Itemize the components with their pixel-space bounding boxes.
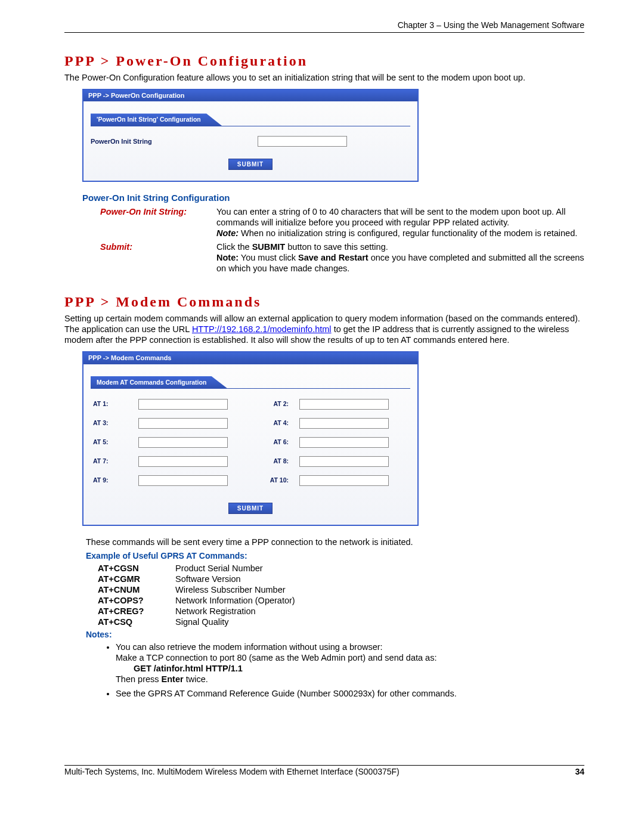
poweron-tab: 'PowerOn Init String' Configuration: [91, 113, 222, 126]
poweron-intro: The Power-On Configuration feature allow…: [64, 72, 584, 83]
note-1: You can also retrieve the modem informat…: [116, 642, 584, 685]
at1-label: AT 1:: [91, 400, 138, 408]
def-term-initstring: Power-On Init String:: [100, 206, 216, 239]
at8-label: AT 8:: [234, 457, 299, 465]
poweron-definitions: Power-On Init String: You can enter a st…: [100, 206, 584, 274]
commands-sent-note: These commands will be sent every time a…: [86, 537, 584, 547]
modemcmds-panel: PPP -> Modem Commands Modem AT Commands …: [82, 351, 419, 526]
at4-input[interactable]: [299, 418, 389, 429]
at8-input[interactable]: [299, 456, 389, 467]
poweron-panel-header: PPP -> PowerOn Configuration: [83, 90, 417, 102]
poweron-init-string-input[interactable]: [258, 136, 347, 147]
poweron-panel: PPP -> PowerOn Configuration 'PowerOn In…: [82, 89, 419, 182]
section-poweron: PPP > Power-On Configuration The Power-O…: [64, 52, 584, 274]
modemcmds-intro: Setting up certain modem commands will a…: [64, 313, 584, 345]
at5-input[interactable]: [138, 437, 228, 448]
poweron-field-label: PowerOn Init String: [91, 138, 180, 146]
example-heading: Example of Useful GPRS AT Commands:: [86, 551, 584, 562]
def-desc-initstring: You can enter a string of 0 to 40 charac…: [216, 206, 584, 239]
modemcmds-submit-button[interactable]: SUBMIT: [228, 503, 273, 514]
at6-input[interactable]: [299, 437, 389, 448]
note-2: See the GPRS AT Command Reference Guide …: [116, 688, 584, 699]
get-command: GET /atinfor.html HTTP/1.1: [134, 664, 243, 673]
cmd-creg-desc: Network Registration: [175, 606, 256, 617]
notes-heading: Notes:: [86, 630, 584, 640]
poweron-submit-button[interactable]: SUBMIT: [228, 159, 273, 170]
cmd-csq: AT+CSQ: [98, 617, 175, 627]
def-desc-submit: Click the SUBMIT button to save this set…: [216, 241, 584, 274]
at2-label: AT 2:: [234, 400, 299, 408]
cmd-cnum-desc: Wireless Subscriber Number: [175, 584, 286, 595]
page-header: Chapter 3 – Using the Web Management Sof…: [64, 20, 584, 33]
page-number: 34: [575, 767, 584, 778]
at4-label: AT 4:: [234, 419, 299, 427]
cmd-cgmr: AT+CGMR: [98, 574, 175, 584]
page-footer: Multi-Tech Systems, Inc. MultiModem Wire…: [64, 765, 584, 778]
cmd-cgsn: AT+CGSN: [98, 563, 175, 574]
at10-input[interactable]: [299, 475, 389, 486]
at7-input[interactable]: [138, 456, 228, 467]
at7-label: AT 7:: [91, 457, 138, 465]
at-command-grid: AT 1: AT 2: AT 3: AT 4: AT 5: AT 6: AT 7…: [91, 399, 410, 486]
at3-label: AT 3:: [91, 419, 138, 427]
poweron-subhead: Power-On Init String Configuration: [82, 193, 584, 204]
def-term-submit: Submit:: [100, 241, 216, 274]
modemcmds-panel-header: PPP -> Modem Commands: [83, 352, 417, 364]
cmd-cgmr-desc: Software Version: [175, 574, 241, 584]
at6-label: AT 6:: [234, 438, 299, 446]
section-title-modemcmds: PPP > Modem Commands: [64, 293, 584, 311]
at-commands-table: AT+CGSNProduct Serial Number AT+CGMRSoft…: [98, 563, 584, 628]
cmd-cops: AT+COPS?: [98, 595, 175, 606]
cmd-creg: AT+CREG?: [98, 606, 175, 617]
at5-label: AT 5:: [91, 438, 138, 446]
cmd-cops-desc: Network Information (Operator): [175, 595, 295, 606]
modeminfo-link[interactable]: HTTP://192.168.2.1/modeminfo.html: [192, 324, 332, 334]
at3-input[interactable]: [138, 418, 228, 429]
at9-label: AT 9:: [91, 476, 138, 484]
at2-input[interactable]: [299, 399, 389, 410]
section-modemcmds: PPP > Modem Commands Setting up certain …: [64, 293, 584, 699]
at1-input[interactable]: [138, 399, 228, 410]
at10-label: AT 10:: [234, 476, 299, 484]
cmd-csq-desc: Signal Quality: [175, 617, 228, 627]
chapter-label: Chapter 3 – Using the Web Management Sof…: [398, 20, 584, 30]
notes-list: You can also retrieve the modem informat…: [116, 642, 584, 699]
cmd-cnum: AT+CNUM: [98, 584, 175, 595]
at9-input[interactable]: [138, 475, 228, 486]
footer-text: Multi-Tech Systems, Inc. MultiModem Wire…: [64, 767, 400, 778]
cmd-cgsn-desc: Product Serial Number: [175, 563, 263, 574]
modemcmds-tab: Modem AT Commands Configuration: [91, 376, 228, 389]
section-title-poweron: PPP > Power-On Configuration: [64, 52, 584, 70]
